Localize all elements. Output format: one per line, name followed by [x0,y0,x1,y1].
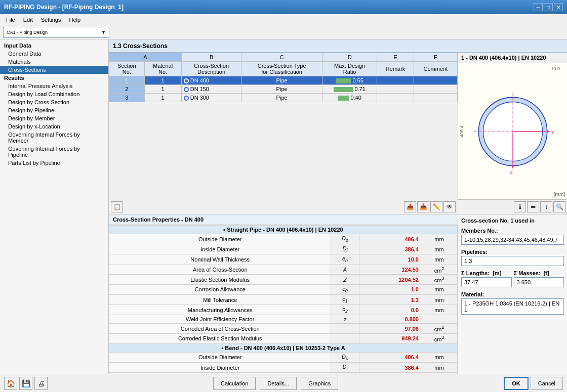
prop-sym-cesm [331,334,359,344]
cross-section-svg: y z [467,81,558,182]
cell-remark-3 [377,94,414,102]
details-button[interactable]: Details... [260,377,297,390]
title-bar-title: RF-PIPING Design - [RF-Piping Design_1] [4,4,124,11]
prop-unit-mt: mm [421,295,457,305]
lower-section: Cross-Section Properties - DN 400 ▪ Stra… [109,214,567,374]
table-container[interactable]: A B C D E F SectionNo. MaterialNo. [109,53,458,199]
cell-remark-1 [377,76,414,85]
prop-val-cesm: 949.24 [359,334,421,344]
cell-section-2: 2 [109,85,145,94]
sidebar-item-cross-sections[interactable]: Cross-Sections [0,66,108,74]
graphics-button[interactable]: Graphics [301,377,338,390]
footer-home-btn[interactable]: 🏠 [4,377,17,390]
prop-section-2-header[interactable]: ▪ Bend - DN 400 (406.4x10) | EN 10253-2 … [109,343,458,352]
ca-selector[interactable]: CA1 - Piping Design ▼ [3,27,109,38]
prop-sym-mt: c1 [331,295,359,305]
prop-name-mt: Mill Tolerance [109,295,331,305]
table-add-btn[interactable]: 📋 [111,201,123,212]
sidebar-item-governing-member[interactable]: Governing Internal Forces by Member [0,130,108,145]
prop-name-cacs: Corroded Area of Cross-Section [109,324,331,334]
material-value[interactable]: 1 - P235GH 1.0345 (EN 10216-2) | EN 1: [461,298,564,315]
pipelines-value-box[interactable]: 1,3 [461,256,564,266]
table-export-btn[interactable]: 📤 [404,201,416,212]
footer-right: OK Cancel [504,377,563,390]
close-button[interactable]: ✕ [554,3,563,11]
prop-unit-esm: cm3 [421,275,457,285]
table-view-btn[interactable]: 👁 [443,201,456,212]
sidebar-item-internal-pressure[interactable]: Internal Pressure Analysis [0,82,108,90]
menu-help[interactable]: Help [65,16,85,24]
prop-section-2-title[interactable]: ▪ Bend - DN 400 (406.4x10) | EN 10253-2 … [109,343,458,352]
prop-unit-cacs: cm2 [421,324,457,334]
sidebar-item-governing-pipeline[interactable]: Governing Internal Forces by Pipeline [0,145,108,159]
ok-button[interactable]: OK [504,377,529,390]
prop-unit-ca: mm [421,284,457,294]
sidebar-item-parts-list[interactable]: Parts List by Pipeline [0,159,108,167]
cs-action2-btn[interactable]: ↕ [540,201,552,212]
col-material-no: MaterialNo. [144,62,181,76]
sidebar-item-design-load-combination[interactable]: Design by Load Combination [0,90,108,98]
prop-row: Inside Diameter Di 386.4 mm [109,362,458,372]
prop-sym-esm: Z [331,275,359,285]
menu-file[interactable]: File [2,16,19,24]
prop-val-cacs: 97.06 [359,324,421,334]
cell-cs-type-2: Pipe [241,85,322,94]
prop-sym-id2: Di [331,362,359,372]
masses-value[interactable]: 3.650 [514,277,564,287]
main-container: CA1 - Piping Design ▼ Input Data General… [0,25,567,392]
prop-row: Mill Tolerance c1 1.3 mm [109,295,458,305]
sidebar-item-materials[interactable]: Materials [0,58,108,66]
prop-unit-wjef [421,315,457,324]
sidebar-item-general-data[interactable]: General Data [0,50,108,58]
sidebar-item-design-x-location[interactable]: Design by x-Location [0,122,108,130]
menu-settings[interactable]: Settings [37,16,65,24]
info-material: Material: 1 - P235GH 1.0345 (EN 10216-2)… [461,291,564,315]
prop-row: Corroded Elastic Section Modulus 949.24 … [109,334,458,344]
cell-comment-2 [414,85,457,94]
masses-label-text: Σ Masses: [514,270,541,276]
prop-unit-od2: mm [421,352,457,362]
cell-cs-desc-2: DN 150 [181,85,241,94]
chevron-down-icon: ▼ [101,30,106,35]
main-panel: 1.3 Cross-Sections A B C D [109,39,567,374]
maximize-button[interactable]: □ [544,3,553,11]
prop-row: Area of Cross-Section A 124.53 cm2 [109,265,458,275]
masses-label: Σ Masses: [t] [514,270,564,276]
info-pipelines: Pipelines: 1,3 [461,249,564,266]
table-row[interactable]: 3 1 DN 300 Pipe 0.40 [109,94,458,102]
col-comment: Comment [414,62,457,76]
footer-save-btn[interactable]: 💾 [19,377,32,390]
footer: 🏠 💾 🖨 Calculation Details... Graphics OK… [0,374,567,392]
sidebar: Input Data General Data Materials Cross-… [0,39,109,374]
info-lengths-masses: Σ Lengths: [m] 37.47 Σ Masses: [t] [461,270,564,287]
calculation-button[interactable]: Calculation [213,377,256,390]
minimize-button[interactable]: ─ [534,3,543,11]
prop-section-1-title[interactable]: ▪ Straight Pipe - DN 400 (406.4x10) | EN… [109,226,458,234]
table-edit-btn[interactable]: ✏️ [430,201,442,212]
title-bar: RF-PIPING Design - [RF-Piping Design_1] … [0,0,567,14]
prop-name-wjef: Weld Joint Efficiency Factor [109,315,331,324]
prop-sym-area: A [331,265,359,275]
members-value-box[interactable]: 1-10,15,28,29,32-34,43,45,46,48,49,7 [461,235,564,245]
cs-action1-btn[interactable]: ⬅ [527,201,539,212]
cs-unit-label: [mm] [554,192,565,197]
table-import-btn[interactable]: 📥 [417,201,429,212]
prop-section-1-header[interactable]: ▪ Straight Pipe - DN 400 (406.4x10) | EN… [109,226,458,234]
content-area: Input Data General Data Materials Cross-… [0,39,567,374]
sidebar-item-design-pipeline[interactable]: Design by Pipeline [0,106,108,114]
sidebar-item-design-cross-section[interactable]: Design by Cross-Section [0,98,108,106]
table-row[interactable]: 1 1 DN 400 Pipe 0.55 [109,76,458,85]
footer-print-btn[interactable]: 🖨 [34,377,48,390]
table-row[interactable]: 2 1 DN 150 Pipe 0.71 [109,85,458,94]
cs-action3-btn[interactable]: 🔍 [553,201,565,212]
menu-edit[interactable]: Edit [19,16,37,24]
svg-marker-7 [547,130,550,133]
col-header-b: B [181,53,241,62]
sidebar-item-design-member[interactable]: Design by Member [0,114,108,122]
cross-sections-table: A B C D E F SectionNo. MaterialNo. [109,53,458,102]
lengths-value[interactable]: 37.47 [461,277,512,287]
prop-sym-od: Do [331,234,359,244]
cancel-button[interactable]: Cancel [531,377,563,390]
cs-info-btn[interactable]: ℹ [514,201,526,212]
prop-name-id: Inside Diameter [109,244,331,254]
